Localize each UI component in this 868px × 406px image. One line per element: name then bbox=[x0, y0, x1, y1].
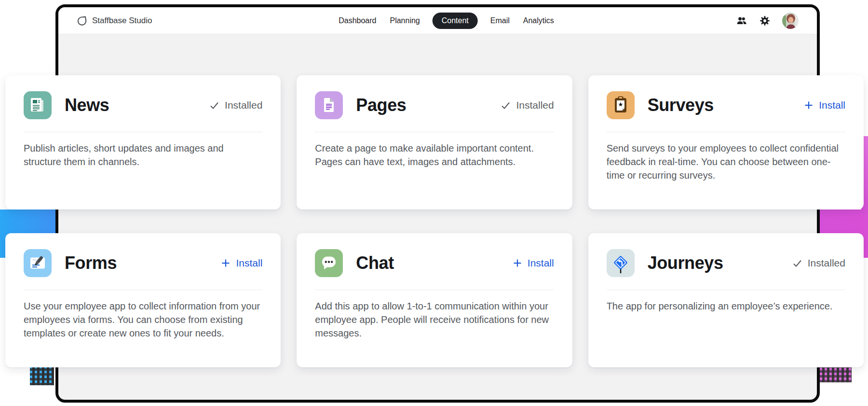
card-header: News Installed bbox=[24, 91, 262, 119]
status-label: Install bbox=[236, 257, 262, 269]
card-description: The app for personalizing an employee’s … bbox=[607, 299, 845, 313]
status-label: Installed bbox=[808, 257, 845, 269]
navbar-actions bbox=[736, 13, 799, 29]
plus-icon bbox=[513, 258, 522, 268]
road-sign-icon bbox=[607, 249, 635, 277]
card-description: Add this app to allow 1-to-1 communicati… bbox=[315, 299, 554, 340]
card-divider bbox=[607, 290, 845, 290]
install-button[interactable]: Install bbox=[804, 99, 845, 111]
chat-bubble-icon bbox=[315, 249, 343, 277]
document-icon bbox=[315, 91, 343, 119]
user-avatar[interactable] bbox=[782, 13, 799, 29]
clipboard-star-icon bbox=[607, 91, 635, 119]
tab-email[interactable]: Email bbox=[489, 13, 511, 29]
card-title: News bbox=[65, 95, 109, 115]
staffbase-logo-icon bbox=[77, 15, 87, 26]
installed-badge: Installed bbox=[209, 99, 262, 111]
settings-gear-icon[interactable] bbox=[760, 15, 770, 26]
tab-dashboard[interactable]: Dashboard bbox=[338, 13, 377, 29]
card-surveys: Surveys Install Send surveys to your emp… bbox=[588, 75, 864, 210]
card-header: Forms Install bbox=[24, 249, 262, 277]
primary-nav: Dashboard Planning Content Email Analyti… bbox=[338, 13, 555, 29]
card-description: Publish articles, short updates and imag… bbox=[24, 141, 262, 168]
app-cards-grid: News Installed Publish articles, short u… bbox=[5, 75, 864, 367]
installed-badge: Installed bbox=[501, 99, 554, 111]
status-label: Install bbox=[528, 257, 554, 269]
brand: Staffbase Studio bbox=[77, 15, 152, 26]
top-navbar: Staffbase Studio Dashboard Planning Cont… bbox=[58, 7, 817, 34]
card-description: Create a page to make available importan… bbox=[315, 141, 554, 168]
plus-icon bbox=[804, 100, 814, 110]
card-divider bbox=[315, 132, 554, 132]
tab-planning[interactable]: Planning bbox=[389, 13, 420, 29]
status-label: Installed bbox=[225, 99, 262, 111]
status-label: Installed bbox=[516, 99, 554, 111]
card-news: News Installed Publish articles, short u… bbox=[5, 75, 281, 210]
members-icon[interactable] bbox=[736, 15, 747, 27]
card-title: Pages bbox=[356, 95, 406, 115]
status-label: Install bbox=[819, 99, 845, 111]
card-title: Journeys bbox=[648, 253, 723, 273]
tab-analytics[interactable]: Analytics bbox=[522, 13, 555, 29]
card-description: Send surveys to your employees to collec… bbox=[607, 141, 845, 182]
card-divider bbox=[315, 290, 554, 290]
installed-badge: Installed bbox=[792, 257, 845, 269]
check-icon bbox=[209, 100, 219, 111]
card-header: Pages Installed bbox=[315, 91, 554, 119]
card-forms: Forms Install Use your employee app to c… bbox=[5, 233, 281, 367]
card-pages: Pages Installed Create a page to make av… bbox=[297, 75, 572, 210]
card-header: Surveys Install bbox=[607, 91, 845, 119]
card-header: Journeys Installed bbox=[607, 249, 845, 277]
card-journeys: Journeys Installed The app for personali… bbox=[588, 233, 864, 367]
check-icon bbox=[501, 100, 511, 111]
card-description: Use your employee app to collect informa… bbox=[24, 299, 262, 340]
form-pen-icon bbox=[24, 249, 52, 277]
newspaper-icon bbox=[24, 91, 52, 119]
card-title: Forms bbox=[65, 253, 117, 273]
plus-icon bbox=[221, 258, 231, 268]
card-chat: Chat Install Add this app to allow 1-to-… bbox=[297, 233, 572, 367]
check-icon bbox=[792, 258, 802, 268]
card-divider bbox=[24, 132, 262, 132]
install-button[interactable]: Install bbox=[221, 257, 262, 269]
brand-name: Staffbase Studio bbox=[92, 16, 152, 26]
card-header: Chat Install bbox=[315, 249, 554, 277]
card-divider bbox=[607, 132, 845, 132]
card-title: Chat bbox=[356, 253, 393, 273]
install-button[interactable]: Install bbox=[513, 257, 554, 269]
card-divider bbox=[24, 290, 262, 290]
marketing-canvas: Staffbase Studio Dashboard Planning Cont… bbox=[0, 0, 868, 406]
tab-content[interactable]: Content bbox=[433, 13, 478, 29]
card-title: Surveys bbox=[648, 95, 714, 115]
